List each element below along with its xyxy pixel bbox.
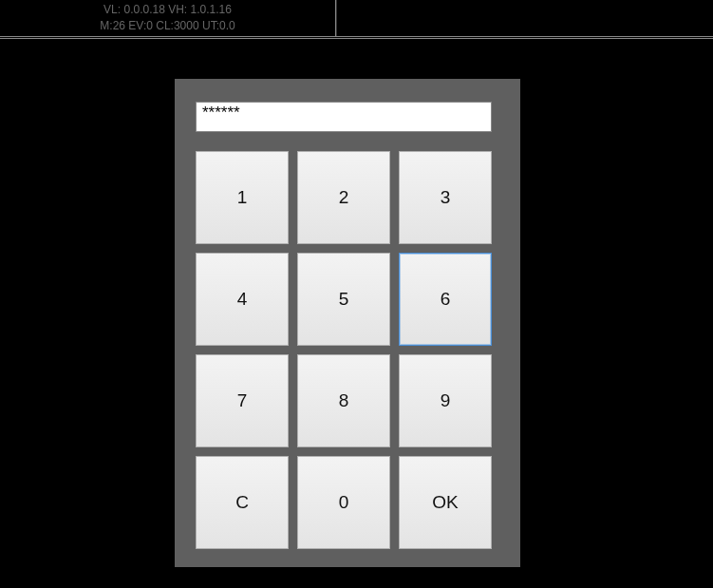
top-status-bar: VL: 0.0.0.18 VH: 1.0.1.16 M:26 EV:0 CL:3… <box>0 0 713 39</box>
status-left-panel: VL: 0.0.0.18 VH: 1.0.1.16 M:26 EV:0 CL:3… <box>0 0 336 36</box>
version-line: VL: 0.0.0.18 VH: 1.0.1.16 <box>0 2 335 18</box>
key-9[interactable]: 9 <box>399 354 492 447</box>
key-6[interactable]: 6 <box>399 253 492 346</box>
key-4[interactable]: 4 <box>196 253 289 346</box>
metrics-line: M:26 EV:0 CL:3000 UT:0.0 <box>0 18 335 34</box>
key-0[interactable]: 0 <box>297 456 390 549</box>
status-right-panel <box>336 0 713 36</box>
key-1[interactable]: 1 <box>196 151 289 244</box>
key-3[interactable]: 3 <box>399 151 492 244</box>
key-8[interactable]: 8 <box>297 354 390 447</box>
key-2[interactable]: 2 <box>297 151 390 244</box>
pin-input[interactable]: ****** <box>196 102 492 132</box>
key-clear[interactable]: C <box>196 456 289 549</box>
key-ok[interactable]: OK <box>399 456 492 549</box>
key-7[interactable]: 7 <box>196 354 289 447</box>
key-5[interactable]: 5 <box>297 253 390 346</box>
keypad-grid: 1 2 3 4 5 6 7 8 9 C 0 OK <box>196 151 499 549</box>
pin-keypad-panel: ****** 1 2 3 4 5 6 7 8 9 C 0 OK <box>175 79 520 567</box>
